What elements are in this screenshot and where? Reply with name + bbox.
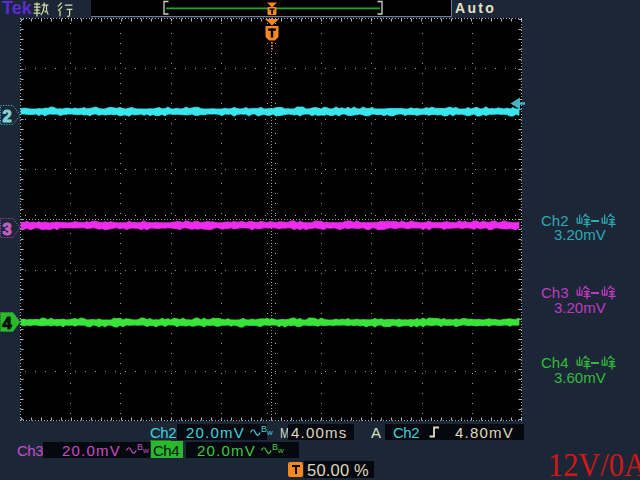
svg-text:2: 2	[2, 107, 11, 125]
svg-text:4: 4	[2, 314, 12, 332]
svg-text:3: 3	[2, 220, 11, 238]
